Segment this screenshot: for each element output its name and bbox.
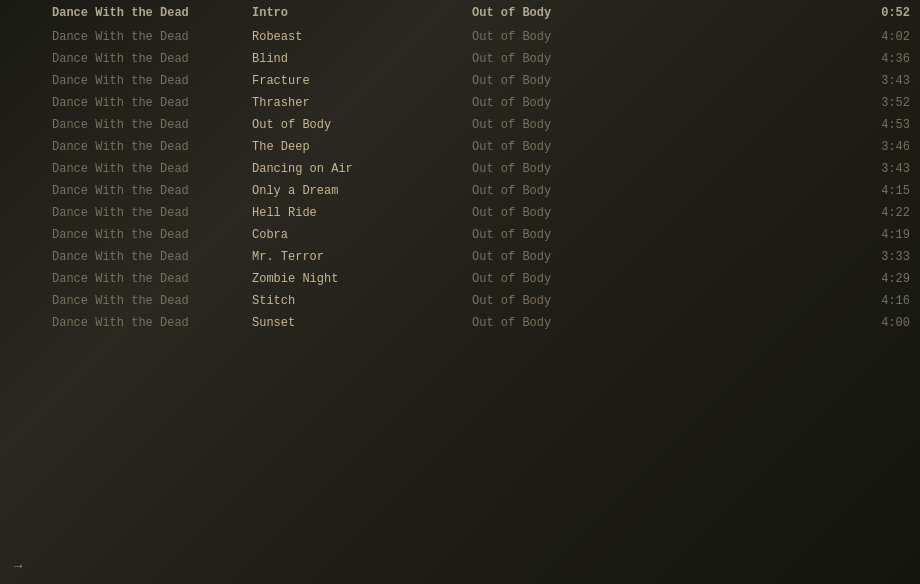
track-artist: Dance With the Dead: [52, 50, 252, 68]
track-title: Fracture: [252, 72, 472, 90]
track-row[interactable]: Dance With the DeadDancing on AirOut of …: [0, 158, 920, 180]
track-duration: 4:19: [850, 226, 910, 244]
header-duration: 0:52: [850, 4, 910, 22]
track-duration: 4:53: [850, 116, 910, 134]
track-artist: Dance With the Dead: [52, 204, 252, 222]
track-row[interactable]: Dance With the DeadThrasherOut of Body3:…: [0, 92, 920, 114]
track-album: Out of Body: [472, 72, 850, 90]
track-duration: 4:22: [850, 204, 910, 222]
track-title: Blind: [252, 50, 472, 68]
track-list-header: Dance With the Dead Intro Out of Body 0:…: [0, 0, 920, 26]
track-album: Out of Body: [472, 204, 850, 222]
track-row[interactable]: Dance With the DeadRobeastOut of Body4:0…: [0, 26, 920, 48]
track-title: Zombie Night: [252, 270, 472, 288]
track-row[interactable]: Dance With the DeadHell RideOut of Body4…: [0, 202, 920, 224]
track-title: Dancing on Air: [252, 160, 472, 178]
track-duration: 4:16: [850, 292, 910, 310]
track-duration: 4:29: [850, 270, 910, 288]
track-album: Out of Body: [472, 182, 850, 200]
track-title: Mr. Terror: [252, 248, 472, 266]
track-album: Out of Body: [472, 270, 850, 288]
track-duration: 3:33: [850, 248, 910, 266]
track-artist: Dance With the Dead: [52, 248, 252, 266]
track-album: Out of Body: [472, 248, 850, 266]
track-album: Out of Body: [472, 226, 850, 244]
track-row[interactable]: Dance With the DeadFractureOut of Body3:…: [0, 70, 920, 92]
track-title: Out of Body: [252, 116, 472, 134]
track-album: Out of Body: [472, 28, 850, 46]
track-title: Stitch: [252, 292, 472, 310]
track-artist: Dance With the Dead: [52, 182, 252, 200]
track-album: Out of Body: [472, 160, 850, 178]
track-album: Out of Body: [472, 116, 850, 134]
track-row[interactable]: Dance With the DeadZombie NightOut of Bo…: [0, 268, 920, 290]
track-artist: Dance With the Dead: [52, 94, 252, 112]
track-artist: Dance With the Dead: [52, 160, 252, 178]
track-album: Out of Body: [472, 138, 850, 156]
track-duration: 3:52: [850, 94, 910, 112]
track-artist: Dance With the Dead: [52, 28, 252, 46]
track-artist: Dance With the Dead: [52, 314, 252, 332]
track-album: Out of Body: [472, 314, 850, 332]
track-artist: Dance With the Dead: [52, 72, 252, 90]
track-artist: Dance With the Dead: [52, 116, 252, 134]
track-title: The Deep: [252, 138, 472, 156]
header-artist: Dance With the Dead: [52, 4, 252, 22]
track-row[interactable]: Dance With the DeadStitchOut of Body4:16: [0, 290, 920, 312]
track-title: Robeast: [252, 28, 472, 46]
track-title: Cobra: [252, 226, 472, 244]
track-title: Sunset: [252, 314, 472, 332]
track-duration: 4:15: [850, 182, 910, 200]
track-album: Out of Body: [472, 292, 850, 310]
track-title: Hell Ride: [252, 204, 472, 222]
track-duration: 4:00: [850, 314, 910, 332]
track-title: Only a Dream: [252, 182, 472, 200]
track-duration: 4:36: [850, 50, 910, 68]
track-row[interactable]: Dance With the DeadMr. TerrorOut of Body…: [0, 246, 920, 268]
track-artist: Dance With the Dead: [52, 226, 252, 244]
track-row[interactable]: Dance With the DeadThe DeepOut of Body3:…: [0, 136, 920, 158]
arrow-indicator: →: [14, 558, 22, 574]
track-duration: 3:46: [850, 138, 910, 156]
track-duration: 3:43: [850, 160, 910, 178]
track-artist: Dance With the Dead: [52, 292, 252, 310]
track-duration: 4:02: [850, 28, 910, 46]
header-album: Out of Body: [472, 4, 850, 22]
track-artist: Dance With the Dead: [52, 270, 252, 288]
track-album: Out of Body: [472, 94, 850, 112]
track-list: Dance With the Dead Intro Out of Body 0:…: [0, 0, 920, 334]
track-row[interactable]: Dance With the DeadOnly a DreamOut of Bo…: [0, 180, 920, 202]
header-title: Intro: [252, 4, 472, 22]
track-title: Thrasher: [252, 94, 472, 112]
track-row[interactable]: Dance With the DeadOut of BodyOut of Bod…: [0, 114, 920, 136]
track-row[interactable]: Dance With the DeadBlindOut of Body4:36: [0, 48, 920, 70]
track-album: Out of Body: [472, 50, 850, 68]
track-duration: 3:43: [850, 72, 910, 90]
track-row[interactable]: Dance With the DeadCobraOut of Body4:19: [0, 224, 920, 246]
track-artist: Dance With the Dead: [52, 138, 252, 156]
track-row[interactable]: Dance With the DeadSunsetOut of Body4:00: [0, 312, 920, 334]
